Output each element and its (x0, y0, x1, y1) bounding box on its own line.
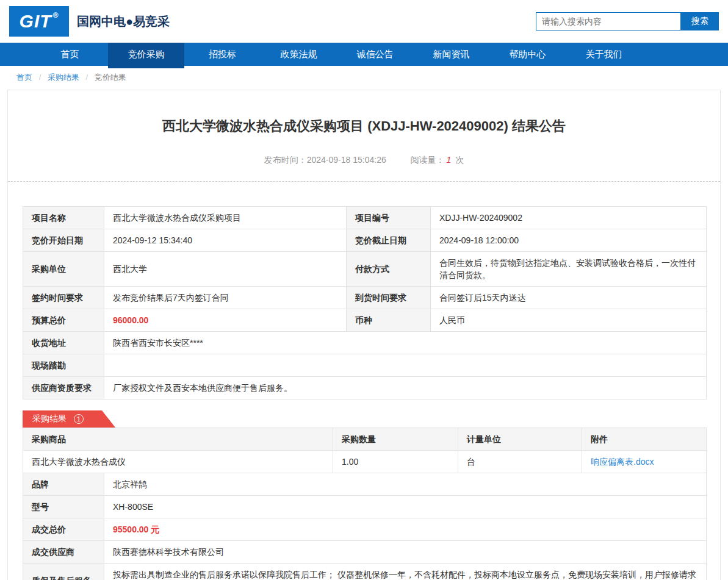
table-row: 采购单位 西北大学 付款方式 合同生效后，待货物到达指定地点、安装调试验收合格后… (23, 252, 707, 287)
table-row: 品牌 北京祥鹄 (23, 473, 707, 496)
nav-item-about-us[interactable]: 关于我们 (566, 43, 642, 66)
git-logo[interactable]: GIT® (9, 6, 69, 37)
info-label: 签约时间要求 (23, 287, 104, 309)
info-label: 币种 (347, 309, 431, 332)
announcement-card: 西北大学微波水热合成仪采购项目 (XDJJ-HW-202409002) 结果公告… (7, 90, 721, 580)
site-brand-title: 国网中电●易竞采 (77, 13, 170, 30)
info-value: 2024-09-12 15:34:40 (104, 229, 347, 252)
nav-item-policies[interactable]: 政策法规 (261, 43, 337, 66)
breadcrumb: 首页 / 采购结果 / 竞价结果 (0, 66, 728, 87)
info-value: 2024-09-18 12:00:00 (431, 229, 707, 252)
view-count-number: 1 (447, 155, 452, 165)
detail-label: 成交总价 (23, 518, 104, 541)
logo-text: GIT (20, 11, 52, 32)
budget-total-price: 96000.00 (104, 309, 347, 332)
result-count-circle: 1 (74, 414, 84, 424)
breadcrumb-current-page: 竞价结果 (95, 73, 126, 82)
info-value: XDJJ-HW-202409002 (431, 207, 707, 229)
info-label: 竞价开始日期 (23, 229, 104, 252)
breadcrumb-home-link[interactable]: 首页 (16, 73, 32, 82)
table-row: 预算总价 96000.00 币种 人民币 (23, 309, 707, 332)
search-input[interactable] (536, 12, 681, 30)
info-label: 预算总价 (23, 309, 104, 332)
main-nav: 首页 竞价采购 招投标 政策法规 诚信公告 新闻资讯 帮助中心 关于我们 (0, 43, 728, 66)
view-count: 阅读量：1 次 (411, 155, 464, 165)
publish-time: 发布时间：2024-09-18 15:04:26 (264, 155, 386, 165)
page-title: 西北大学微波水热合成仪采购项目 (XDJJ-HW-202409002) 结果公告 (8, 117, 720, 135)
attachment-link[interactable]: 响应偏离表.docx (591, 457, 654, 467)
result-badge-label: 采购结果 (32, 414, 67, 424)
info-value (104, 354, 707, 377)
procurement-result-badge: 采购结果 1 (23, 410, 115, 428)
result-details-table: 品牌 北京祥鹄 型号 XH-800SE 成交总价 95500.00 元 成交供应… (23, 473, 707, 580)
search-button[interactable]: 搜索 (681, 12, 719, 30)
breadcrumb-procurement-results-link[interactable]: 采购结果 (48, 73, 79, 82)
search-area: 搜索 (536, 12, 719, 30)
registered-mark-icon: ® (53, 11, 59, 20)
detail-label: 成交供应商 (23, 541, 104, 564)
info-label: 竞价截止日期 (347, 229, 431, 252)
table-row: 西北大学微波水热合成仪 1.00 台 响应偏离表.docx (23, 451, 707, 473)
column-header-product: 采购商品 (23, 428, 333, 451)
breadcrumb-separator: / (86, 73, 88, 82)
detail-label: 型号 (23, 496, 104, 518)
deal-total-price: 95500.00 元 (104, 518, 707, 541)
nav-item-home[interactable]: 首页 (32, 43, 108, 66)
info-label: 项目名称 (23, 207, 104, 229)
column-header-attachment: 附件 (582, 428, 707, 451)
column-header-unit: 计量单位 (458, 428, 582, 451)
table-row: 供应商资质要求 厂家授权文件及西安本地供应商便于售后服务。 (23, 377, 707, 399)
table-row: 现场踏勘 (23, 354, 707, 377)
nav-item-tendering[interactable]: 招投标 (184, 43, 261, 66)
table-row: 签约时间要求 发布竞价结果后7天内签订合同 到货时间要求 合同签订后15天内送达 (23, 287, 707, 309)
info-label: 到货时间要求 (347, 287, 431, 309)
product-unit: 台 (458, 451, 582, 473)
detail-value: 陕西赛德林科学技术有限公司 (104, 541, 707, 564)
breadcrumb-separator: / (39, 73, 41, 82)
info-value: 西北大学微波水热合成仪采购项目 (104, 207, 347, 229)
detail-value: XH-800SE (104, 496, 707, 518)
detail-label: 品牌 (23, 473, 104, 496)
detail-value: 投标需出具制造企业的售后服务承诺以保障我院售后工作； 仪器整机保修一年，不含耗材… (104, 564, 707, 580)
detail-label: 质保及售后服务 (23, 564, 104, 580)
table-row: 收货地址 陕西省西安市长安区**** (23, 332, 707, 354)
info-label: 采购单位 (23, 252, 104, 287)
column-header-quantity: 采购数量 (333, 428, 458, 451)
result-items-table: 采购商品 采购数量 计量单位 附件 西北大学微波水热合成仪 1.00 台 响应偏… (23, 428, 707, 473)
info-value: 西北大学 (104, 252, 347, 287)
nav-item-news[interactable]: 新闻资讯 (413, 43, 489, 66)
top-header: GIT® 国网中电●易竞采 搜索 (0, 0, 728, 43)
info-label: 付款方式 (347, 252, 431, 287)
table-row: 成交供应商 陕西赛德林科学技术有限公司 (23, 541, 707, 564)
product-name: 西北大学微波水热合成仪 (23, 451, 333, 473)
article-meta: 发布时间：2024-09-18 15:04:26 阅读量：1 次 (8, 155, 720, 166)
article-content: 项目名称 西北大学微波水热合成仪采购项目 项目编号 XDJJ-HW-202409… (8, 182, 720, 580)
info-label: 现场踏勘 (23, 354, 104, 377)
info-value: 合同生效后，待货物到达指定地点、安装调试验收合格后，一次性付清合同货款。 (431, 252, 707, 287)
info-value: 厂家授权文件及西安本地供应商便于售后服务。 (104, 377, 707, 399)
table-row: 质保及售后服务 投标需出具制造企业的售后服务承诺以保障我院售后工作； 仪器整机保… (23, 564, 707, 580)
info-value: 发布竞价结果后7天内签订合同 (104, 287, 347, 309)
project-info-table: 项目名称 西北大学微波水热合成仪采购项目 项目编号 XDJJ-HW-202409… (23, 206, 707, 399)
info-label: 项目编号 (347, 207, 431, 229)
info-label: 收货地址 (23, 332, 104, 354)
table-row: 竞价开始日期 2024-09-12 15:34:40 竞价截止日期 2024-0… (23, 229, 707, 252)
info-value: 陕西省西安市长安区**** (104, 332, 707, 354)
product-quantity: 1.00 (333, 451, 458, 473)
table-header-row: 采购商品 采购数量 计量单位 附件 (23, 428, 707, 451)
info-value: 合同签订后15天内送达 (431, 287, 707, 309)
table-row: 型号 XH-800SE (23, 496, 707, 518)
detail-value: 北京祥鹄 (104, 473, 707, 496)
table-row: 成交总价 95500.00 元 (23, 518, 707, 541)
nav-item-bidding-procurement[interactable]: 竞价采购 (108, 43, 184, 68)
table-row: 项目名称 西北大学微波水热合成仪采购项目 项目编号 XDJJ-HW-202409… (23, 207, 707, 229)
nav-item-integrity-notices[interactable]: 诚信公告 (337, 43, 413, 66)
nav-item-help-center[interactable]: 帮助中心 (489, 43, 566, 66)
info-label: 供应商资质要求 (23, 377, 104, 399)
info-value: 人民币 (431, 309, 707, 332)
